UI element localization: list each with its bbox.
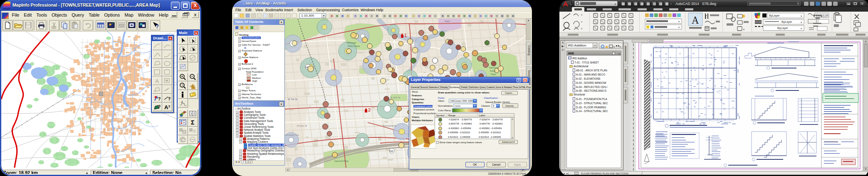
svg-text:2: 2 <box>368 108 371 112</box>
svg-text:199: 199 <box>389 150 393 152</box>
svg-text:▾: ▾ <box>581 20 583 23</box>
svg-text:W 7th St: W 7th St <box>288 98 297 100</box>
svg-text:?: ? <box>158 97 161 101</box>
svg-text:▾: ▾ <box>620 46 621 48</box>
svg-text:?: ? <box>168 105 171 109</box>
svg-text:A: A <box>155 78 159 84</box>
svg-text:?: ? <box>158 105 161 109</box>
svg-text:Lancaster Ave: Lancaster Ave <box>284 134 299 136</box>
svg-text:Harmon: Harmon <box>489 66 498 69</box>
svg-text:▾: ▾ <box>613 46 615 48</box>
svg-text:W 10th St: W 10th St <box>390 96 401 99</box>
svg-text:ByLayer: ByLayer <box>777 26 788 30</box>
svg-text:ByLayer: ByLayer <box>769 14 780 17</box>
svg-text:?: ? <box>168 97 171 101</box>
svg-text:2: 2 <box>193 112 195 115</box>
svg-text:1: 1 <box>404 33 407 38</box>
svg-text:▾: ▾ <box>581 27 583 30</box>
svg-text:1: 1 <box>190 112 192 115</box>
svg-text:Heritage: Heritage <box>347 42 356 44</box>
svg-text:A: A <box>692 14 699 26</box>
svg-text:Park: Park <box>491 73 496 76</box>
svg-text:Fourier St: Fourier St <box>297 125 307 127</box>
svg-text:?: ? <box>156 23 159 29</box>
svg-text:Σ: Σ <box>191 119 194 126</box>
svg-text:ByLayer: ByLayer <box>781 20 792 24</box>
svg-text:Nash: Nash <box>445 20 450 22</box>
svg-text:▾: ▾ <box>581 13 583 16</box>
svg-text:J: J <box>181 100 183 104</box>
svg-text:▾: ▾ <box>743 27 745 30</box>
svg-text:Park Plaza: Park Plaza <box>348 45 360 47</box>
svg-text:Harrold Park: Harrold Park <box>334 160 349 162</box>
svg-text:Field: Field <box>490 70 495 72</box>
svg-text:Pennsylvania: Pennsylvania <box>383 125 397 127</box>
svg-text:?: ? <box>181 83 183 87</box>
